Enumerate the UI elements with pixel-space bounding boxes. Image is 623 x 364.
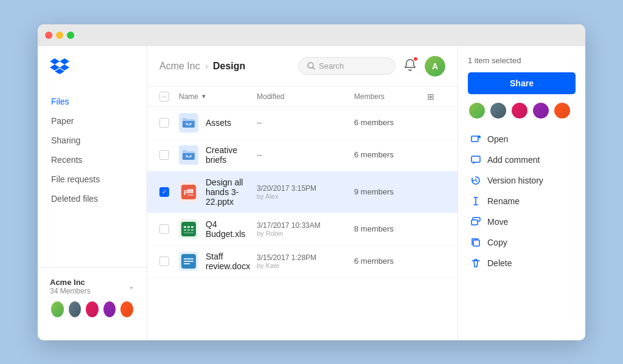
action-version-history[interactable]: Version history — [468, 171, 576, 190]
file-row-staff-review[interactable]: Staff review.docx 3/15/2017 1:28PM by Ka… — [147, 246, 458, 278]
folder-svg — [181, 117, 196, 129]
sidebar-footer: Acme Inc 34 Members ⌄ — [38, 267, 147, 328]
svg-rect-12 — [191, 226, 193, 228]
file-name-creative-briefs: Creative briefs — [206, 145, 257, 165]
checkbox-design-all-hands[interactable] — [159, 187, 169, 197]
breadcrumb-parent[interactable]: Acme Inc — [159, 61, 200, 72]
column-header-grid[interactable]: ⊞ — [427, 92, 445, 101]
sort-icon: ▼ — [201, 93, 207, 100]
file-modified-staff-review: 3/15/2017 1:28PM by Kate — [257, 253, 354, 269]
folder-icon-assets — [179, 113, 198, 132]
select-all-checkbox[interactable] — [159, 92, 169, 101]
right-panel: 1 item selected Share — [458, 46, 585, 340]
member-avatars-panel — [468, 101, 576, 120]
content-area: Acme Inc › Design Search — [147, 46, 458, 340]
action-rename[interactable]: Rename — [468, 191, 576, 211]
member-avatar-1 — [50, 300, 65, 318]
sidebar-item-deleted-files[interactable]: Deleted files — [45, 190, 139, 208]
action-delete[interactable]: Delete — [468, 253, 576, 273]
breadcrumb: Acme Inc › Design — [159, 61, 245, 72]
user-avatar[interactable]: A — [425, 56, 445, 77]
member-avatar-3 — [85, 300, 100, 318]
action-move[interactable]: Move — [468, 212, 576, 232]
titlebar — [38, 24, 585, 46]
file-modified-assets: -- — [257, 118, 354, 127]
panel-avatar-3 — [510, 101, 529, 120]
file-row-q4-budget[interactable]: Q4 Budget.xls 3/17/2017 10:33AM by Robin… — [147, 213, 458, 246]
breadcrumb-separator: › — [205, 61, 208, 72]
action-move-label: Move — [487, 217, 508, 227]
header-right: Search A — [298, 56, 445, 77]
svg-rect-23 — [472, 220, 478, 225]
search-box[interactable]: Search — [298, 57, 395, 75]
action-version-history-label: Version history — [487, 176, 543, 185]
file-info-creative-briefs: Creative briefs — [179, 145, 257, 165]
footer-content[interactable]: Acme Inc 34 Members ⌄ — [50, 278, 134, 295]
selection-text: 1 item selected — [468, 56, 576, 65]
sidebar-member-avatars — [50, 300, 134, 318]
sidebar-item-file-requests[interactable]: File requests — [45, 170, 139, 188]
checkbox-q4-budget[interactable] — [159, 224, 169, 234]
action-add-comment[interactable]: Add comment — [468, 150, 576, 170]
breadcrumb-current: Design — [213, 61, 245, 72]
svg-rect-21 — [472, 136, 478, 142]
file-row-creative-briefs[interactable]: Creative briefs -- 6 members — [147, 139, 458, 171]
svg-rect-22 — [472, 156, 480, 162]
column-header-name[interactable]: Name ▼ — [179, 92, 257, 101]
file-row-design-all-hands[interactable]: P Design all hands 3-22.pptx 3/20/2017 3… — [147, 171, 458, 213]
members-count: 34 Members — [50, 287, 91, 295]
file-info-design-all-hands: P Design all hands 3-22.pptx — [179, 177, 257, 207]
file-list-header: Name ▼ Modified Members ⊞ — [147, 87, 458, 107]
dropbox-logo — [50, 58, 69, 75]
folder-icon-creative-briefs — [179, 145, 198, 165]
minimize-button[interactable] — [56, 32, 63, 39]
action-copy[interactable]: Copy — [468, 233, 576, 252]
file-icon-q4-budget — [179, 219, 198, 239]
maximize-button[interactable] — [67, 32, 74, 39]
svg-rect-11 — [187, 226, 190, 228]
action-add-comment-label: Add comment — [487, 155, 540, 165]
svg-rect-13 — [184, 229, 186, 231]
file-info-staff-review: Staff review.docx — [179, 252, 257, 271]
column-header-members: Members — [354, 92, 427, 101]
sidebar-item-paper[interactable]: Paper — [45, 112, 139, 130]
action-copy-label: Copy — [487, 238, 507, 247]
checkbox-assets[interactable] — [159, 118, 169, 128]
avatar-image: A — [425, 56, 445, 77]
svg-rect-19 — [184, 261, 193, 262]
share-button[interactable]: Share — [468, 72, 576, 94]
checkbox-staff-review[interactable] — [159, 256, 169, 266]
svg-rect-18 — [184, 258, 193, 259]
footer-text: Acme Inc 34 Members — [50, 278, 91, 295]
close-button[interactable] — [45, 32, 52, 39]
column-header-modified: Modified — [257, 92, 354, 101]
file-members-creative-briefs: 6 members — [354, 150, 427, 159]
svg-rect-15 — [191, 229, 193, 231]
history-icon — [470, 175, 481, 186]
file-modified-creative-briefs: -- — [257, 151, 354, 159]
main-content: Files Paper Sharing Recents File request… — [38, 46, 585, 340]
file-row-assets[interactable]: Assets -- 6 members — [147, 107, 458, 139]
sidebar-item-files[interactable]: Files — [45, 92, 139, 111]
file-members-design-all-hands: 9 members — [354, 187, 427, 196]
svg-rect-16 — [184, 232, 193, 233]
rename-icon — [470, 196, 481, 207]
delete-icon — [470, 258, 481, 269]
file-members-staff-review: 6 members — [354, 256, 427, 266]
sidebar: Files Paper Sharing Recents File request… — [38, 46, 147, 340]
file-icon-staff-review — [179, 252, 198, 271]
folder-svg — [181, 149, 196, 161]
panel-avatar-2 — [489, 101, 507, 120]
notification-icon[interactable] — [404, 58, 416, 74]
xls-svg — [181, 222, 196, 236]
pptx-svg: P — [181, 185, 196, 199]
file-name-design-all-hands: Design all hands 3-22.pptx — [206, 177, 257, 207]
action-menu: Open Add comment — [468, 129, 576, 273]
sidebar-item-sharing[interactable]: Sharing — [45, 131, 139, 149]
checkbox-creative-briefs[interactable] — [159, 150, 169, 160]
window-controls — [45, 32, 74, 39]
action-open[interactable]: Open — [468, 129, 576, 149]
sidebar-item-recents[interactable]: Recents — [45, 151, 139, 169]
logo — [38, 58, 147, 92]
panel-avatar-1 — [468, 101, 486, 120]
